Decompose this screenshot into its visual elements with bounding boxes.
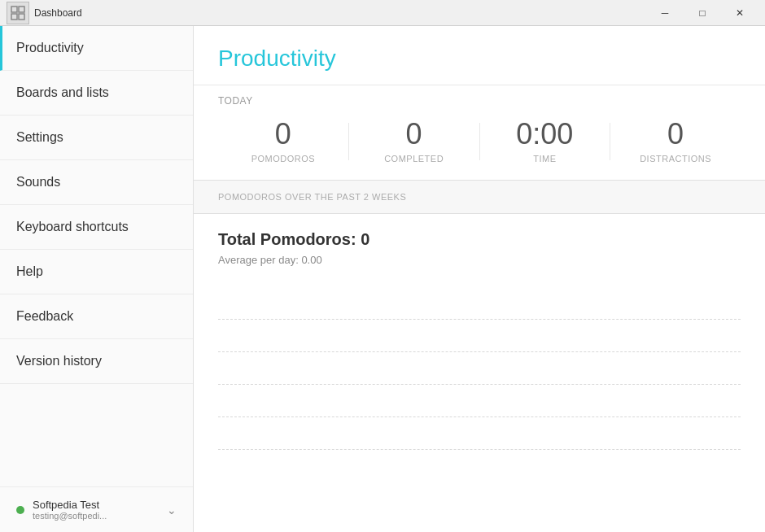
sidebar-item-productivity[interactable]: Productivity	[0, 26, 193, 71]
online-indicator	[16, 506, 24, 514]
today-section: TODAY 0 POMODOROS 0 COMPLETED 0:00 TIME …	[194, 85, 765, 181]
sidebar-item-feedback[interactable]: Feedback	[0, 294, 193, 339]
chart-section: POMODOROS OVER THE PAST 2 WEEKS	[194, 181, 765, 214]
grid-line	[218, 352, 741, 385]
sidebar-item-boards-and-lists[interactable]: Boards and lists	[0, 71, 193, 116]
title-bar: Dashboard ─ □ ✕	[0, 0, 765, 26]
stats-row: 0 POMODOROS 0 COMPLETED 0:00 TIME 0 DIST…	[218, 120, 741, 180]
window-controls: ─ □ ✕	[646, 0, 758, 26]
sidebar-item-version-history[interactable]: Version history	[0, 339, 193, 384]
stat-value-completed: 0	[349, 120, 479, 149]
total-pomodoros: Total Pomodoros: 0	[218, 230, 741, 249]
avg-per-day: Average per day: 0.00	[218, 254, 741, 266]
svg-rect-0	[11, 7, 17, 12]
account-email: testing@softpedi...	[33, 511, 162, 521]
stat-label-pomodoros: POMODOROS	[218, 154, 348, 164]
sidebar-item-help[interactable]: Help	[0, 250, 193, 294]
grid-line	[218, 417, 741, 450]
sidebar-item-sounds[interactable]: Sounds	[0, 160, 193, 205]
stat-pomodoros: 0 POMODOROS	[218, 120, 348, 164]
grid-lines	[194, 287, 765, 532]
chart-section-label: POMODOROS OVER THE PAST 2 WEEKS	[218, 192, 741, 202]
stat-label-time: TIME	[480, 154, 610, 164]
maximize-button[interactable]: □	[684, 0, 721, 26]
account-item[interactable]: Softpedia Test testing@softpedi... ⌄	[0, 486, 193, 532]
stat-label-distractions: DISTRACTIONS	[610, 154, 741, 164]
account-chevron-icon: ⌄	[167, 504, 177, 517]
svg-rect-3	[19, 14, 24, 20]
stat-value-time: 0:00	[480, 120, 610, 149]
stat-time: 0:00 TIME	[480, 120, 610, 164]
stat-completed: 0 COMPLETED	[349, 120, 479, 164]
close-button[interactable]: ✕	[721, 0, 758, 26]
stat-value-pomodoros: 0	[218, 120, 348, 149]
sidebar-item-keyboard-shortcuts[interactable]: Keyboard shortcuts	[0, 205, 193, 250]
svg-rect-1	[19, 7, 24, 12]
grid-line	[218, 385, 741, 417]
stat-distractions: 0 DISTRACTIONS	[610, 120, 741, 164]
app-body: ProductivityBoards and listsSettingsSoun…	[0, 26, 765, 532]
account-name: Softpedia Test	[33, 499, 162, 511]
window-title: Dashboard	[34, 7, 646, 19]
stat-label-completed: COMPLETED	[349, 154, 479, 164]
summary-section: Total Pomodoros: 0 Average per day: 0.00	[194, 214, 765, 287]
grid-line	[218, 287, 741, 320]
account-info: Softpedia Test testing@softpedi...	[33, 499, 162, 521]
page-title: Productivity	[218, 46, 741, 72]
svg-rect-2	[11, 14, 17, 20]
sidebar: ProductivityBoards and listsSettingsSoun…	[0, 26, 194, 532]
minimize-button[interactable]: ─	[646, 0, 684, 26]
stat-value-distractions: 0	[610, 120, 741, 149]
main-content: Productivity TODAY 0 POMODOROS 0 COMPLET…	[194, 26, 765, 532]
sidebar-item-settings[interactable]: Settings	[0, 116, 193, 160]
app-icon	[7, 2, 29, 24]
content-header: Productivity	[194, 26, 765, 85]
today-label: TODAY	[218, 95, 741, 107]
grid-line	[218, 320, 741, 352]
